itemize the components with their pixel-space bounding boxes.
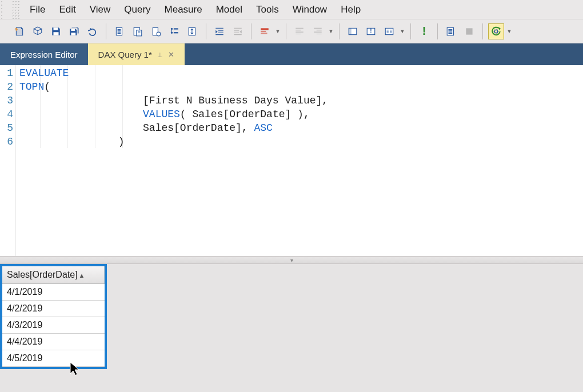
tab-dax-query[interactable]: DAX Query 1* ⟂ ✕ [88,43,185,65]
line-number: 2 [0,80,15,94]
code-text[interactable]: EVALUATE TOPN( [First N Business Days Va… [16,65,583,256]
code-token: ) [19,136,125,147]
line-number: 3 [0,94,15,107]
open-icon[interactable] [30,23,46,39]
svg-point-20 [494,30,497,33]
swap-icon[interactable] [185,23,201,39]
toolbar-separator [482,23,483,39]
sort-asc-icon: ▲ [79,272,85,279]
outdent-icon[interactable] [230,23,246,39]
keyword: TOPN [19,81,44,93]
svg-rect-10 [261,28,269,30]
paste-icon[interactable] [130,23,146,39]
table-row[interactable]: 4/5/2019 [2,350,105,367]
table-row[interactable]: 4/3/2019 [2,317,105,334]
undo-icon[interactable] [85,23,101,39]
save-all-icon[interactable] [66,23,82,39]
svg-rect-19 [466,28,472,34]
toolbar: ▼ ▼ ! ▼ ! ▼ [0,19,583,43]
align-left-icon[interactable] [292,23,308,39]
svg-rect-17 [385,28,393,34]
menu-tools[interactable]: Tools [249,2,286,18]
results-pane: Sales[OrderDate]▲ 4/1/2019 4/2/2019 4/3/… [0,264,583,392]
menu-file[interactable]: File [23,2,52,18]
toolbar-separator [437,23,438,39]
line-number: 5 [0,121,15,135]
toolbar-separator [339,23,340,39]
toolbar-separator [206,23,206,39]
svg-rect-8 [174,32,178,33]
svg-rect-11 [261,30,266,31]
menu-help[interactable]: Help [334,2,368,18]
dropdown-icon[interactable]: ▼ [275,23,281,39]
line-number: 4 [0,107,15,121]
menu-measure[interactable]: Measure [158,2,209,18]
cell: 4/5/2019 [2,350,105,367]
save-icon[interactable] [48,23,64,39]
toolbar-separator [410,23,411,39]
document-tabs: Expression Editor DAX Query 1* ⟂ ✕ [0,43,583,65]
line-number: 1 [0,66,15,80]
dropdown-icon[interactable]: ▼ [506,23,512,39]
svg-rect-0 [116,27,122,35]
menu-view[interactable]: View [83,2,118,18]
check-icon[interactable]: ! [416,23,432,39]
paste-special-icon[interactable] [148,23,164,39]
highlight-icon[interactable] [257,23,273,39]
copy-icon[interactable] [111,23,127,39]
code-token: ( [44,81,50,93]
line-gutter: 1 2 3 4 5 6 [0,65,16,256]
align-right-icon[interactable] [310,23,326,39]
panel-icon[interactable] [345,23,361,39]
menu-bar: File Edit View Query Measure Model Tools… [0,0,583,19]
line-number: 6 [0,135,15,149]
menu-query[interactable]: Query [117,2,157,18]
dropdown-icon[interactable]: ▼ [328,23,334,39]
keyword: ASC [254,122,272,134]
svg-rect-12 [261,33,267,34]
cell: 4/1/2019 [2,284,105,301]
stop-icon[interactable] [461,23,477,39]
keyword: EVALUATE [19,67,69,79]
menu-edit[interactable]: Edit [52,2,82,18]
cell: 4/4/2019 [2,334,105,350]
pin-icon[interactable]: ⟂ [158,50,162,59]
svg-rect-18 [447,27,453,35]
cell: 4/3/2019 [2,317,105,334]
code-editor[interactable]: 1 2 3 4 5 6 EVALUATE TOPN( [First N Busi… [0,65,583,256]
column-header-label: Sales[OrderDate] [7,270,78,279]
table-row[interactable]: 4/1/2019 [2,284,105,301]
code-token: [First N Business Days Value], [19,95,328,106]
new-query-icon[interactable] [11,23,27,39]
grip-handle[interactable] [11,0,19,19]
indent-icon[interactable] [211,23,227,39]
format-icon[interactable] [166,23,182,39]
svg-text:!: ! [370,28,372,34]
code-token: ( Sales[OrderDate] ), [180,109,310,120]
menu-model[interactable]: Model [209,2,249,18]
list-icon[interactable] [443,23,459,39]
keyword: VALUES [143,109,180,120]
svg-point-4 [157,32,161,36]
close-icon[interactable]: ✕ [168,50,174,59]
cell: 4/2/2019 [2,301,105,317]
tab-label: Expression Editor [10,50,78,59]
menu-window[interactable]: Window [286,2,334,18]
dropdown-icon[interactable]: ▼ [400,23,405,39]
table-row[interactable]: 4/4/2019 [2,334,105,350]
tab-label: DAX Query 1* [98,50,152,59]
alert-icon[interactable]: ! [363,23,379,39]
svg-rect-7 [174,28,178,29]
code-token [19,109,143,120]
column-header[interactable]: Sales[OrderDate]▲ [2,266,105,284]
results-table: Sales[OrderDate]▲ 4/1/2019 4/2/2019 4/3/… [2,266,105,367]
code-token: Sales[OrderDate], [19,122,254,134]
table-row[interactable]: 4/2/2019 [2,301,105,317]
run-gear-icon[interactable] [488,23,504,39]
toolbar-separator [251,23,251,39]
tab-expression-editor[interactable]: Expression Editor [0,43,88,65]
splitter-handle[interactable]: ▾ [0,256,583,264]
options-icon[interactable] [381,23,397,39]
toolbar-separator [106,23,106,39]
svg-rect-14 [349,28,352,34]
